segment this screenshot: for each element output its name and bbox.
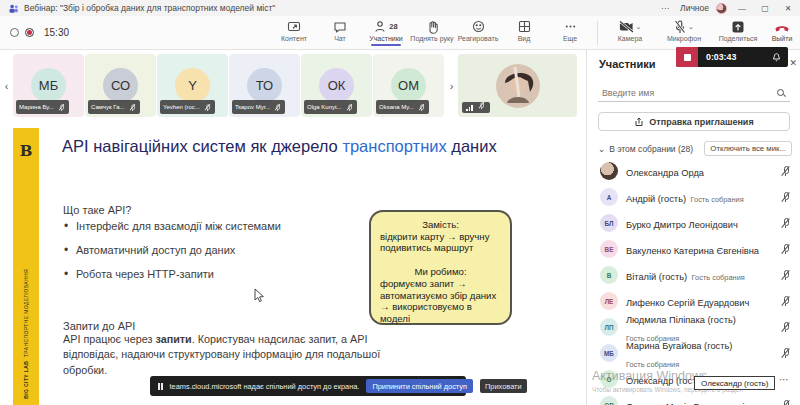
video-tile[interactable]: СО Самчук Га... — [85, 54, 156, 117]
profile-avatar[interactable] — [716, 3, 727, 14]
participant-row[interactable]: В Віталій (гость) Гость собрания — [587, 262, 800, 288]
grid-view-icon — [518, 19, 531, 34]
mic-muted-icon[interactable] — [781, 322, 790, 333]
video-tile[interactable]: ТО Tsapov Myr... — [229, 54, 300, 117]
notification-bell-icon[interactable] — [772, 52, 781, 62]
section-header[interactable]: ⌄ В этом собрании (28) — [598, 144, 693, 154]
callout-label: Замість: — [380, 219, 501, 231]
mic-muted-icon[interactable] — [781, 270, 790, 281]
tiles-scroll-right-icon[interactable]: › — [445, 80, 458, 92]
leave-button[interactable]: Выйти — [764, 19, 800, 42]
share-content-icon — [287, 19, 301, 34]
smiley-icon — [472, 19, 485, 34]
avatar: ЛП — [600, 318, 618, 336]
hide-banner-button[interactable]: Приховати — [480, 379, 527, 393]
mic-muted-icon[interactable] — [781, 218, 790, 229]
mic-muted-icon[interactable] — [781, 296, 790, 307]
mic-muted-icon — [204, 103, 210, 110]
titlebar-more-icon[interactable]: ⋯ — [657, 4, 673, 13]
minimize-button[interactable]: — — [734, 4, 750, 13]
participant-row[interactable]: БЛ Бурко Дмитро Леонідович — [587, 210, 800, 236]
mic-muted-icon — [58, 103, 64, 110]
profile-label[interactable]: Личное — [680, 3, 709, 13]
camera-button[interactable]: ⌄ Камера — [604, 19, 656, 42]
presenter-photo-avatar — [495, 63, 541, 109]
avatar: БЛ — [600, 214, 618, 232]
view-button[interactable]: Вид — [501, 19, 547, 42]
search-input[interactable] — [598, 88, 776, 98]
mic-off-icon — [674, 20, 686, 34]
react-button[interactable]: Реагировать — [455, 19, 501, 42]
participants-button[interactable]: 28 Участники — [363, 19, 409, 42]
slide-heading: Запити до API — [63, 320, 135, 332]
teams-window: Вебінар: "Збір і обробка даних для транс… — [0, 0, 800, 405]
invite-share-icon — [634, 117, 644, 127]
avatar: В — [600, 266, 618, 284]
recording-indicator-icon — [25, 28, 34, 37]
mic-muted-icon[interactable] — [781, 244, 790, 255]
avatar: ВЕ — [600, 240, 618, 258]
more-button[interactable]: Еще — [547, 19, 593, 42]
search-field — [598, 84, 790, 102]
video-tile[interactable]: Y Yevhen (гос... — [157, 54, 228, 117]
participant-row[interactable]: Олександра Орда — [587, 158, 800, 184]
presenter-video-tile[interactable] — [458, 54, 577, 117]
raise-hand-button[interactable]: Поднять руку — [409, 19, 455, 42]
content-button[interactable]: Контент — [271, 19, 317, 42]
close-button[interactable]: ✕ — [780, 4, 796, 13]
video-tile[interactable]: МБ Марина Бу... — [13, 54, 84, 117]
share-screen-button[interactable]: Поделиться — [712, 19, 764, 42]
chat-button[interactable]: Чат — [317, 19, 363, 42]
recording-bar: 0:03:43 — [676, 47, 788, 67]
network-signal-icon — [466, 105, 473, 111]
tile-name: Tsapov Myr... — [235, 104, 270, 110]
participant-tooltip: Олександр (гость) — [694, 376, 775, 390]
participant-row[interactable]: ВЕ Вакуленко Катерина Євгенівна — [587, 236, 800, 262]
participant-row[interactable]: МБ Марина Бугайова (гость) Гость собрани… — [587, 340, 800, 366]
mic-muted-icon[interactable] — [781, 166, 790, 177]
shared-screen-slide: В BIG CITY LAB ТРАНСПОРТНЕ МОДЕЛЮВАННЯ A… — [0, 120, 586, 405]
share-screen-icon — [731, 19, 745, 34]
video-tile[interactable]: ОМ Oksana My... — [373, 54, 444, 117]
send-invite-button[interactable]: Отправка приглашения — [598, 112, 790, 131]
mic-options-chevron-icon[interactable]: ⌄ — [688, 23, 694, 31]
participant-row[interactable]: ОВ Ольхова Марія Володимирівна — [587, 392, 800, 405]
participants-icon — [374, 20, 387, 33]
avatar: ОК — [319, 68, 354, 103]
slide-heading: Що таке API? — [63, 204, 131, 216]
avatar: ТО — [247, 68, 282, 103]
camera-options-chevron-icon[interactable]: ⌄ — [636, 23, 642, 31]
callout-label: Ми робимо: — [380, 266, 501, 278]
video-tile[interactable]: ОК Olga Kunyt... — [301, 54, 372, 117]
avatar: ОВ — [600, 396, 618, 405]
camera-off-icon — [619, 20, 634, 33]
participant-more-icon[interactable]: ⋯ — [779, 374, 790, 385]
callout-text: відкрити карту → вручну подивитись маршр… — [380, 231, 501, 254]
mic-muted-icon — [275, 103, 281, 110]
tile-name: Olga Kunyt... — [307, 104, 342, 110]
stop-sharing-button[interactable]: Припинити спільний доступ — [366, 379, 473, 393]
stop-recording-button[interactable] — [676, 47, 698, 67]
mic-muted-icon[interactable] — [781, 192, 790, 203]
slide-paragraph: API працює через запити. Користувач надс… — [63, 332, 398, 378]
avatar: СО — [103, 68, 138, 103]
panel-title: Участники — [599, 58, 656, 70]
maximize-button[interactable]: ▢ — [757, 4, 773, 13]
tiles-scroll-left-icon[interactable]: ‹ — [0, 80, 13, 92]
avatar: Y — [175, 68, 210, 103]
mic-muted-icon[interactable] — [781, 348, 790, 359]
meeting-toolbar: 15:30 Контент Чат — [0, 16, 800, 50]
panel-close-icon[interactable]: ✕ — [789, 58, 797, 68]
participants-panel: Участники ✕ Отправка приглашения ⌄ В это… — [586, 50, 800, 405]
mute-all-button[interactable]: Отключить все мик... — [704, 141, 792, 156]
more-dots-icon — [564, 19, 577, 34]
microphone-button[interactable]: ⌄ Микрофон — [656, 19, 712, 42]
mic-muted-icon[interactable] — [781, 400, 790, 405]
mic-muted-icon — [418, 103, 424, 110]
hangup-phone-icon — [774, 19, 790, 34]
pause-icon[interactable] — [158, 383, 163, 390]
participant-row[interactable]: А Андрій (гость) Гость собрания — [587, 184, 800, 210]
recording-timer: 0:03:43 — [706, 52, 736, 62]
raise-hand-icon — [426, 19, 439, 34]
meeting-status-icon[interactable] — [10, 28, 19, 37]
